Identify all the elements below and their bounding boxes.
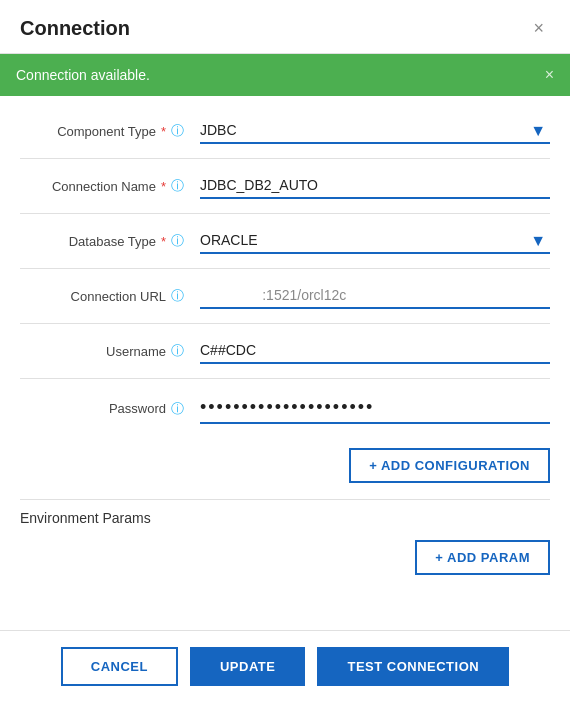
required-star: * bbox=[161, 124, 166, 139]
component-type-select[interactable]: JDBC REST FILE bbox=[200, 118, 550, 144]
add-config-row: + ADD CONFIGURATION bbox=[20, 438, 550, 499]
update-button[interactable]: UPDATE bbox=[190, 647, 305, 686]
required-star-3: * bbox=[161, 234, 166, 249]
connection-url-info-icon[interactable]: ⓘ bbox=[171, 287, 184, 305]
component-type-select-wrap: JDBC REST FILE ▼ bbox=[200, 118, 550, 144]
connection-name-label: Connection Name * ⓘ bbox=[20, 177, 200, 195]
database-type-row: Database Type * ⓘ ORACLE DB2 MYSQL POSTG… bbox=[20, 214, 550, 268]
alert-close-button[interactable]: × bbox=[545, 66, 554, 84]
connection-name-control bbox=[200, 173, 550, 199]
connection-name-info-icon[interactable]: ⓘ bbox=[171, 177, 184, 195]
component-type-label: Component Type * ⓘ bbox=[20, 122, 200, 140]
close-button[interactable]: × bbox=[527, 16, 550, 41]
connection-name-row: Connection Name * ⓘ bbox=[20, 159, 550, 213]
test-connection-button[interactable]: TEST CONNECTION bbox=[317, 647, 509, 686]
username-control bbox=[200, 338, 550, 364]
dialog-header: Connection × bbox=[0, 0, 570, 54]
success-alert: Connection available. × bbox=[0, 54, 570, 96]
username-input[interactable] bbox=[200, 338, 550, 364]
env-params-label: Environment Params bbox=[20, 500, 550, 532]
username-info-icon[interactable]: ⓘ bbox=[171, 342, 184, 360]
component-type-info-icon[interactable]: ⓘ bbox=[171, 122, 184, 140]
add-configuration-button[interactable]: + ADD CONFIGURATION bbox=[349, 448, 550, 483]
password-input[interactable] bbox=[200, 393, 550, 424]
password-info-icon[interactable]: ⓘ bbox=[171, 400, 184, 418]
dialog-title: Connection bbox=[20, 17, 130, 40]
connection-name-input[interactable] bbox=[200, 173, 550, 199]
connection-url-control bbox=[200, 283, 550, 309]
cancel-button[interactable]: CANCEL bbox=[61, 647, 178, 686]
add-param-row: + ADD PARAM bbox=[20, 532, 550, 591]
connection-dialog: Connection × Connection available. × Com… bbox=[0, 0, 570, 702]
connection-url-label: Connection URL ⓘ bbox=[20, 287, 200, 305]
form-body: Component Type * ⓘ JDBC REST FILE ▼ Conn bbox=[0, 96, 570, 630]
database-type-info-icon[interactable]: ⓘ bbox=[171, 232, 184, 250]
database-type-control: ORACLE DB2 MYSQL POSTGRES ▼ bbox=[200, 228, 550, 254]
database-type-label: Database Type * ⓘ bbox=[20, 232, 200, 250]
dialog-footer: CANCEL UPDATE TEST CONNECTION bbox=[0, 630, 570, 702]
password-row: Password ⓘ bbox=[20, 379, 550, 438]
connection-url-input[interactable] bbox=[200, 283, 550, 309]
component-type-row: Component Type * ⓘ JDBC REST FILE ▼ bbox=[20, 104, 550, 158]
add-param-button[interactable]: + ADD PARAM bbox=[415, 540, 550, 575]
password-control bbox=[200, 393, 550, 424]
username-label: Username ⓘ bbox=[20, 342, 200, 360]
component-type-control: JDBC REST FILE ▼ bbox=[200, 118, 550, 144]
password-label: Password ⓘ bbox=[20, 400, 200, 418]
alert-message: Connection available. bbox=[16, 67, 150, 83]
database-type-select-wrap: ORACLE DB2 MYSQL POSTGRES ▼ bbox=[200, 228, 550, 254]
required-star-2: * bbox=[161, 179, 166, 194]
connection-url-row: Connection URL ⓘ bbox=[20, 269, 550, 323]
username-row: Username ⓘ bbox=[20, 324, 550, 378]
database-type-select[interactable]: ORACLE DB2 MYSQL POSTGRES bbox=[200, 228, 550, 254]
